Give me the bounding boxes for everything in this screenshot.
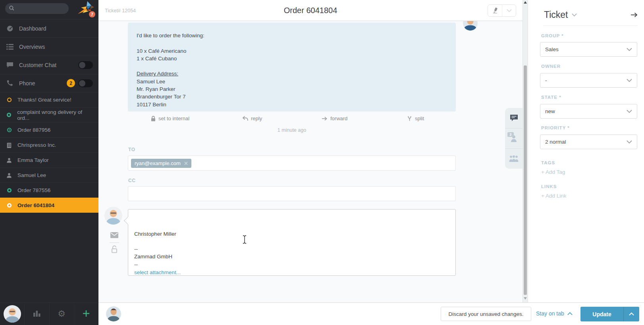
group-value: Sales [545,46,559,52]
split-button[interactable]: split [407,115,424,121]
ticket-state-icon [6,188,13,192]
add-link-link[interactable]: + Add Link [541,193,566,199]
tab-label: Emma Taylor [17,157,49,163]
discard-changes-button[interactable]: Discard your unsaved changes. [441,307,531,321]
reports-button[interactable] [24,303,49,325]
chevron-down-icon [627,48,632,51]
article-actions: set to internal reply forward split [128,115,456,123]
tab-item-ticket-active[interactable]: Order 6041804 [0,198,98,213]
tags-label: TAGS [541,160,555,165]
vertical-scrollbar[interactable] [523,0,528,302]
signature-company: Zammad GmbH [134,253,449,260]
chevron-up-icon [629,312,634,316]
to-field[interactable]: ryan@example.com [128,156,456,171]
text-cursor [242,235,247,245]
chevron-down-icon [627,110,632,113]
tab-item-ticket[interactable]: Order 887956 [0,122,98,137]
chat-bubble-icon [510,114,518,122]
scrollbar-thumb[interactable] [524,65,527,295]
ticket-state-icon [6,203,13,208]
scroll-down-arrow-icon[interactable] [524,297,527,300]
priority-select[interactable]: 2 normal [540,135,637,149]
signature-divider: -- [134,245,449,253]
gauge-icon [6,25,14,32]
sidebar-footer: ⚙ [0,302,98,325]
action-label: reply [251,115,262,121]
phone-count-badge: 2 [67,79,75,87]
article-line: 10 x Café Americano [137,47,447,55]
building-icon [6,142,13,148]
nav-item-dashboard[interactable]: Dashboard [0,19,98,37]
stay-on-tab-button[interactable]: Stay on tab [536,310,573,317]
panel-title-dropdown[interactable]: Ticket [544,10,577,20]
state-select[interactable]: new [540,104,637,119]
current-agent-avatar[interactable] [106,306,121,321]
update-button[interactable]: Update [580,307,639,321]
phone-toggle[interactable] [78,79,93,87]
set-to-internal-button[interactable]: set to internal [151,115,189,121]
ticket-header: Ticket# 12054 Order 6041804 [98,0,523,21]
update-label: Update [580,307,623,321]
compose-author-avatar[interactable] [104,207,122,225]
add-tag-link[interactable]: + Add Tag [541,169,565,175]
highlighter-dropdown-button[interactable] [502,5,516,16]
tab-item-ticket[interactable]: complaint wrong delivery of ord... [0,107,98,122]
owner-select[interactable]: - [540,73,637,88]
forward-button[interactable]: forward [322,115,347,121]
zammad-logo[interactable]: 7 [77,1,95,18]
recipient-chip[interactable]: ryan@example.com [131,159,191,168]
tab-customer[interactable]: 2 [505,128,523,148]
tab-label: Samuel Lee [17,172,46,178]
chevron-down-icon [572,13,577,17]
article-line: Mr. Ryan Parker [137,85,447,93]
tab-ticket-active[interactable] [505,108,523,128]
collapse-panel-button[interactable] [631,12,638,17]
tab-item-organization[interactable]: Chrispresso Inc. [0,137,98,152]
tab-organization[interactable] [505,148,523,169]
cc-field[interactable] [128,186,456,201]
scroll-up-arrow-icon[interactable] [524,1,527,4]
nav-item-customer-chat[interactable]: Customer Chat [0,56,98,74]
tab-item-ticket[interactable]: Thanks! Great service! [0,92,98,107]
tab-label: Chrispresso Inc. [17,142,56,148]
tab-item-ticket[interactable]: Order 787556 [0,183,98,198]
highlight-tool-group [488,4,516,17]
profile-menu-button[interactable] [0,303,24,325]
customer-chat-toggle[interactable] [78,61,93,69]
visibility-unlock-icon[interactable] [110,245,119,254]
reply-editor[interactable]: Christopher Miller -- Zammad GmbH -- sel… [128,209,456,276]
sidebar-top: 7 [0,0,98,19]
article-customer-message[interactable]: I'd like to order the following: 10 x Ca… [128,23,456,112]
highlighter-button[interactable] [488,5,502,16]
nav-item-overviews[interactable]: Overviews [0,37,98,56]
tab-item-user[interactable]: Emma Taylor [0,152,98,167]
article-line: Brandenburger Tor 7 [137,93,447,100]
cc-label: CC [128,178,136,183]
nav-item-phone[interactable]: Phone 2 [0,74,98,92]
admin-settings-button[interactable]: ⚙ [49,303,74,325]
left-sidebar: 7 Dashboard Overviews Customer Chat [0,0,98,325]
app-root: 7 Dashboard Overviews Customer Chat [0,0,644,325]
update-options-button[interactable] [623,307,639,321]
new-ticket-button[interactable] [74,303,98,325]
stay-on-tab-label: Stay on tab [536,310,564,317]
email-channel-icon[interactable] [110,232,119,238]
priority-value: 2 normal [545,139,566,145]
select-attachment-link[interactable]: select attachment... [134,269,181,276]
person-icon [6,173,13,178]
article-line: I'd like to order the following: [137,32,447,39]
tab-item-user[interactable]: Samuel Lee [0,167,98,183]
reply-button[interactable]: reply [242,115,262,121]
group-select[interactable]: Sales [540,42,637,57]
priority-label: PRIORITY * [541,125,570,130]
search-input[interactable] [17,6,65,12]
phone-icon [6,80,14,87]
signature-divider: -- [134,261,449,268]
ticket-title[interactable]: Order 6041804 [98,6,523,15]
search-box[interactable] [5,3,69,14]
main-nav: Dashboard Overviews Customer Chat Phon [0,19,98,92]
article-line: 1 x Café Cubano [137,55,447,62]
bar-chart-icon [33,310,41,318]
group-label: GROUP * [541,33,564,38]
remove-recipient-icon[interactable] [184,162,188,165]
